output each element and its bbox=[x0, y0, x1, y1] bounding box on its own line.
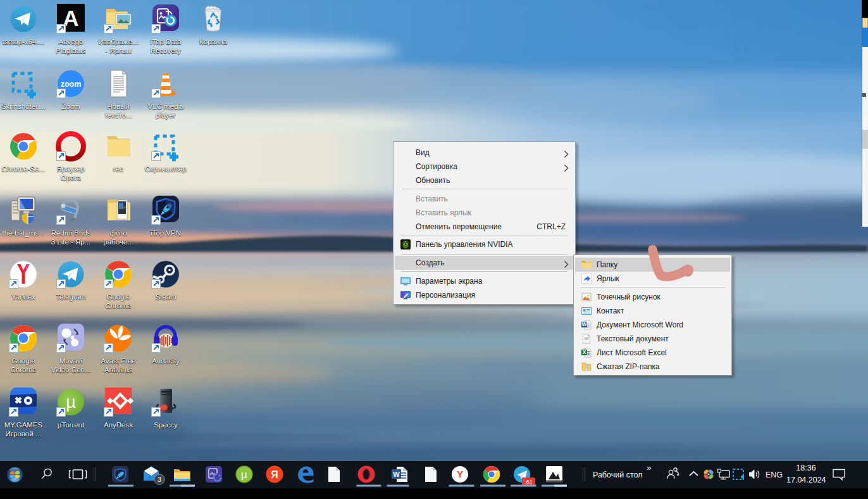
svg-text:ENG: ENG bbox=[766, 471, 783, 479]
svg-text:µ: µ bbox=[66, 393, 76, 412]
svg-text:zoom: zoom bbox=[61, 80, 82, 89]
svg-text:Рабочий стол: Рабочий стол bbox=[593, 471, 642, 479]
svg-text:W: W bbox=[581, 321, 587, 327]
svg-text:»: » bbox=[647, 463, 652, 472]
svg-text:X: X bbox=[583, 349, 586, 355]
